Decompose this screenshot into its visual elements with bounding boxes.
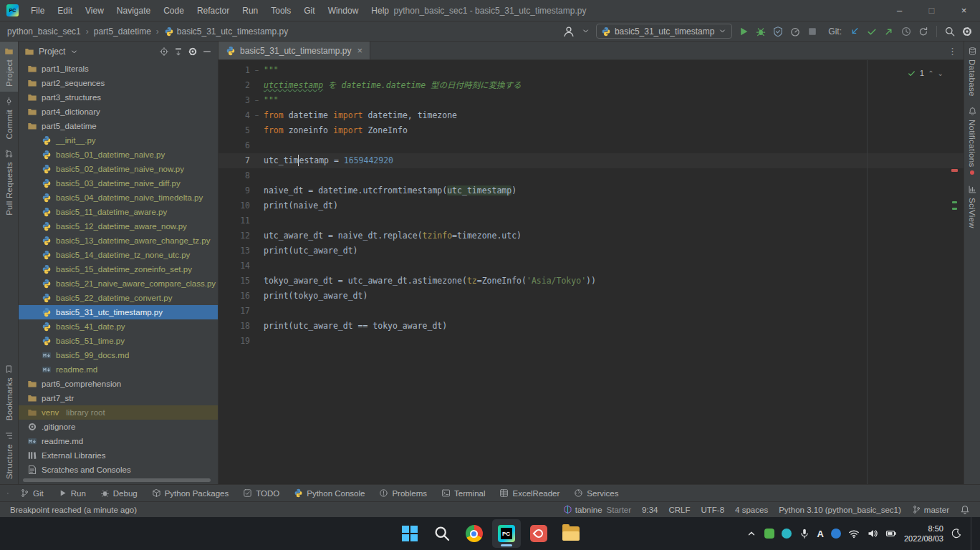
toolwindow-button-todo[interactable]: TODO [236, 485, 287, 502]
toolwindow-button-services[interactable]: Services [567, 485, 625, 502]
code-line-14[interactable]: 14 [218, 259, 964, 274]
collapse-all-icon[interactable] [173, 47, 183, 57]
tree-item-basic5-15-datetime-zoneinfo-set-py[interactable]: basic5_15_datetime_zoneinfo_set.py [19, 262, 218, 276]
taskbar-chrome-button[interactable] [460, 519, 489, 548]
file-encoding[interactable]: UTF-8 [701, 506, 725, 514]
tab-close-icon[interactable]: × [357, 45, 362, 56]
tree-item-basic5-51-time-py[interactable]: basic5_51_time.py [19, 334, 218, 348]
project-view-label[interactable]: Project [39, 47, 65, 57]
toolwindow-button-debug[interactable]: Debug [93, 485, 145, 502]
code-line-18[interactable]: 18print(utc_aware_dt == tokyo_aware_dt) [218, 319, 964, 334]
prev-problem-icon[interactable]: ⌃ [928, 66, 933, 81]
code-line-9[interactable]: 9naive_dt = datetime.utcfromtimestamp(ut… [218, 183, 964, 198]
menu-refactor[interactable]: Refactor [191, 0, 236, 21]
code-line-17[interactable]: 17 [218, 304, 964, 319]
breadcrumb-item-python-basic-sec1[interactable]: python_basic_sec1 [4, 25, 84, 38]
tree-item-init-py[interactable]: __init__.py [19, 133, 218, 148]
breadcrumb-item-basic5-31-utc-timestamp-py[interactable]: basic5_31_utc_timestamp.py [161, 25, 291, 38]
toolwindow-button-problems[interactable]: Problems [372, 485, 434, 502]
git-rollback-icon[interactable] [918, 26, 929, 37]
chevron-down-icon[interactable] [69, 47, 79, 57]
toolwindow-button-python-packages[interactable]: Python Packages [145, 485, 236, 502]
tree-item-basic5-13-datetime-aware-change-tz-py[interactable]: basic5_13_datetime_aware_change_tz.py [19, 233, 218, 248]
git-update-icon[interactable] [849, 26, 860, 37]
tree-item-basic5-31-utc-timestamp-py[interactable]: basic5_31_utc_timestamp.py [19, 305, 218, 319]
search-everywhere-icon[interactable] [944, 26, 956, 37]
editor[interactable]: 1−"""2utctimestamp を datetime.datetime 型… [218, 60, 964, 484]
tree-item-part7-str[interactable]: part7_str [19, 391, 218, 405]
menu-view[interactable]: View [79, 0, 110, 21]
code-line-2[interactable]: 2utctimestamp を datetime.datetime 型の日付時刻… [218, 78, 964, 93]
code-line-6[interactable]: 6 [218, 138, 964, 153]
panel-settings-icon[interactable] [188, 47, 198, 57]
settings-gear-icon[interactable] [961, 26, 973, 37]
sidebar-item-notifications[interactable]: Notifications [964, 102, 980, 180]
coverage-button[interactable] [772, 26, 784, 37]
tree-item-basic5-03-datetime-naive-diff-py[interactable]: basic5_03_datetime_naive_diff.py [19, 176, 218, 190]
code-line-19[interactable]: 19 [218, 334, 964, 349]
menu-navigate[interactable]: Navigate [110, 0, 157, 21]
code-line-13[interactable]: 13print(utc_aware_dt) [218, 243, 964, 259]
tabnine-widget[interactable]: tabnine Starter [563, 505, 631, 514]
vcs-stripe-mark[interactable] [952, 208, 957, 210]
tab-options-icon[interactable]: ⋮ [948, 42, 958, 60]
fold-marker[interactable]: − [250, 93, 264, 108]
sidebar-item-commit[interactable]: Commit [0, 92, 18, 144]
menu-code[interactable]: Code [157, 0, 191, 21]
tree-item-readme-md[interactable]: readme.md [19, 434, 218, 448]
taskbar-explorer-button[interactable] [557, 519, 585, 548]
taskbar-pycharm-button[interactable]: PC [492, 519, 521, 548]
code-line-4[interactable]: 4−from datetime import datetime, timezon… [218, 108, 964, 123]
error-stripe-mark[interactable] [951, 169, 958, 172]
code-line-3[interactable]: 3−""" [218, 93, 964, 108]
tree-item-basic5-04-datetime-naive-timedelta-py[interactable]: basic5_04_datetime_naive_timedelta.py [19, 190, 218, 205]
git-history-icon[interactable] [900, 26, 912, 37]
tree-item-readme-md[interactable]: readme.md [19, 362, 218, 377]
tree-item-basic5-22-datetime-convert-py[interactable]: basic5_22_datetime_convert.py [19, 291, 218, 305]
debug-button[interactable] [755, 26, 767, 37]
run-button[interactable] [738, 26, 749, 37]
code-line-11[interactable]: 11 [218, 213, 964, 228]
line-separator[interactable]: CRLF [668, 506, 690, 514]
code-line-5[interactable]: 5from zoneinfo import ZoneInfo [218, 123, 964, 138]
fold-marker[interactable]: − [250, 108, 264, 123]
status-message[interactable]: Breakpoint reached (a minute ago) [10, 506, 137, 514]
code-area[interactable]: 1−"""2utctimestamp を datetime.datetime 型… [218, 63, 964, 349]
close-button[interactable]: × [948, 0, 980, 21]
tree-item-scratches-and-consoles[interactable]: Scratches and Consoles [19, 463, 218, 477]
python-interpreter[interactable]: Python 3.10 (python_basic_sec1) [779, 506, 901, 514]
tree-item-basic5-21-naive-aware-compare-class-py[interactable]: basic5_21_naive_aware_compare_class.py [19, 276, 218, 291]
menu-file[interactable]: File [24, 0, 51, 21]
sidebar-item-sciview[interactable]: SciView [964, 180, 980, 233]
sidebar-item-structure[interactable]: Structure [0, 426, 18, 484]
profiler-button[interactable] [789, 26, 801, 37]
tree-item-venv[interactable]: venvlibrary root [19, 405, 218, 420]
horizontal-scrollbar[interactable] [23, 478, 211, 482]
menu-tools[interactable]: Tools [264, 0, 297, 21]
caret-position[interactable]: 9:34 [642, 506, 658, 514]
notifications-bell-icon[interactable] [960, 505, 970, 515]
tree-item-basic5-14-datetime-tz-none-utc-py[interactable]: basic5_14_datetime_tz_none_utc.py [19, 248, 218, 262]
minimize-button[interactable]: – [883, 0, 916, 21]
tree-item-external-libraries[interactable]: External Libraries [19, 448, 218, 463]
menu-git[interactable]: Git [297, 0, 321, 21]
toolwindow-button-terminal[interactable]: Terminal [434, 485, 492, 502]
inspection-widget[interactable]: 1 ⌃ ⌄ [907, 66, 943, 81]
menu-edit[interactable]: Edit [51, 0, 79, 21]
locate-file-icon[interactable] [159, 47, 169, 57]
tree-item-gitignore[interactable]: .gitignore [19, 420, 218, 434]
tree-item-part2-sequences[interactable]: part2_sequences [19, 76, 218, 90]
hide-panel-icon[interactable] [202, 47, 212, 57]
tree-item-part6-comprehension[interactable]: part6_comprehension [19, 377, 218, 391]
taskbar-start-button[interactable] [395, 519, 424, 548]
user-icon[interactable] [562, 25, 575, 38]
menu-help[interactable]: Help [365, 0, 395, 21]
toolwindow-button-excelreader[interactable]: ExcelReader [492, 485, 567, 502]
sidebar-item-bookmarks[interactable]: Bookmarks [0, 360, 18, 425]
git-branch-widget[interactable]: master [912, 505, 949, 514]
vcs-stripe-mark[interactable] [952, 201, 957, 203]
toolwindow-button-run[interactable]: Run [51, 485, 93, 502]
git-push-icon[interactable] [883, 26, 895, 37]
fold-marker[interactable]: − [250, 63, 264, 78]
run-configuration-select[interactable]: basic5_31_utc_timestamp [596, 24, 732, 39]
